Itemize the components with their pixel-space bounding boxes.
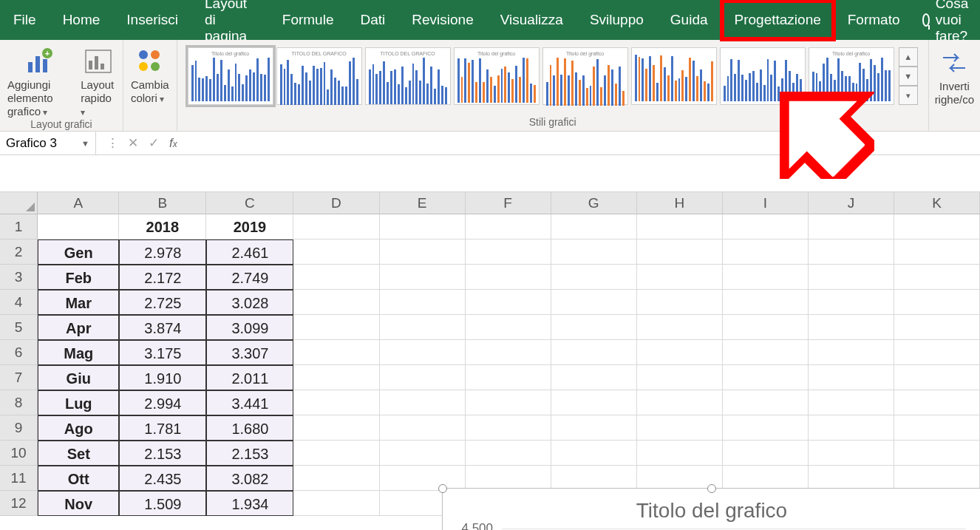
- cell[interactable]: [466, 441, 551, 466]
- cell[interactable]: Gen: [38, 239, 119, 265]
- chart-style-thumb[interactable]: TITOLO DEL GRAFICO: [276, 47, 362, 105]
- row-header[interactable]: 1: [0, 214, 38, 239]
- cell[interactable]: 2.978: [119, 239, 206, 265]
- cell[interactable]: Feb: [38, 265, 119, 290]
- cell[interactable]: [466, 265, 551, 290]
- row-header[interactable]: 9: [0, 415, 38, 441]
- cell[interactable]: [551, 365, 637, 390]
- tab-formato[interactable]: Formato: [834, 0, 913, 40]
- cell[interactable]: [551, 340, 637, 365]
- change-colors-button[interactable]: Cambia colori: [131, 43, 169, 105]
- cell[interactable]: [380, 265, 466, 290]
- column-header[interactable]: J: [809, 192, 894, 214]
- cell[interactable]: [637, 441, 723, 466]
- tab-visualizza[interactable]: Visualizza: [487, 0, 576, 40]
- chart-style-thumb[interactable]: Titolo del grafico: [809, 47, 894, 105]
- cell[interactable]: 2.153: [206, 441, 293, 466]
- tab-home[interactable]: Home: [50, 0, 114, 40]
- cell[interactable]: [466, 315, 551, 340]
- cell[interactable]: [637, 365, 723, 390]
- switch-row-col-button[interactable]: Inverti righe/co: [935, 44, 974, 106]
- cell[interactable]: [293, 239, 379, 265]
- tell-me[interactable]: Cosa vuoi fare?: [922, 0, 980, 44]
- cell[interactable]: [380, 214, 466, 239]
- tab-layout-pagina[interactable]: Layout di pagina: [191, 0, 269, 40]
- cell[interactable]: 2018: [119, 214, 206, 239]
- row-header[interactable]: 2: [0, 239, 38, 265]
- fx-icon[interactable]: fx: [169, 136, 177, 151]
- row-header[interactable]: 7: [0, 365, 38, 390]
- cell[interactable]: [293, 491, 379, 516]
- cell[interactable]: Giu: [38, 365, 119, 390]
- cell[interactable]: [551, 466, 637, 491]
- cell[interactable]: 2.011: [206, 365, 293, 390]
- tab-progettazione[interactable]: Progettazione: [721, 0, 834, 40]
- cell[interactable]: [466, 214, 551, 239]
- cell[interactable]: [551, 441, 637, 466]
- cell[interactable]: [637, 340, 723, 365]
- cell[interactable]: [809, 315, 894, 340]
- gallery-scroll-button[interactable]: ▼: [899, 67, 918, 86]
- chart-style-thumb[interactable]: Titolo del grafico: [188, 47, 273, 105]
- cell[interactable]: 3.307: [206, 340, 293, 365]
- cell[interactable]: 2.461: [206, 239, 293, 265]
- cell[interactable]: 1.910: [119, 365, 206, 390]
- column-header[interactable]: G: [551, 192, 637, 214]
- cell[interactable]: 2.994: [119, 390, 206, 415]
- cell[interactable]: [551, 214, 637, 239]
- cell[interactable]: [809, 340, 894, 365]
- chart-style-thumb[interactable]: [720, 47, 806, 105]
- cell[interactable]: [809, 365, 894, 390]
- column-header[interactable]: A: [38, 192, 119, 214]
- row-header[interactable]: 6: [0, 340, 38, 365]
- cell[interactable]: [723, 340, 809, 365]
- cell[interactable]: [894, 365, 980, 390]
- cell[interactable]: 2.172: [119, 265, 206, 290]
- cell[interactable]: [380, 290, 466, 315]
- chart-handle[interactable]: [707, 484, 716, 493]
- dots-icon[interactable]: ⋮: [106, 135, 118, 151]
- cell[interactable]: [380, 365, 466, 390]
- cell[interactable]: [637, 214, 723, 239]
- cell[interactable]: [551, 265, 637, 290]
- cell[interactable]: 2.725: [119, 290, 206, 315]
- cell[interactable]: 1.509: [119, 491, 206, 516]
- cell[interactable]: 3.028: [206, 290, 293, 315]
- column-header[interactable]: I: [723, 192, 809, 214]
- cell[interactable]: [293, 315, 379, 340]
- column-header[interactable]: C: [206, 192, 293, 214]
- cell[interactable]: [551, 239, 637, 265]
- cell[interactable]: [293, 390, 379, 415]
- cell[interactable]: [723, 315, 809, 340]
- chart-style-thumb[interactable]: Titolo del grafico: [454, 47, 540, 105]
- cell[interactable]: [380, 340, 466, 365]
- cell[interactable]: Set: [38, 441, 119, 466]
- gallery-scroll-button[interactable]: ▾: [899, 86, 918, 105]
- cell[interactable]: [380, 441, 466, 466]
- tab-revisione[interactable]: Revisione: [398, 0, 486, 40]
- row-header[interactable]: 4: [0, 290, 38, 315]
- cell[interactable]: 3.099: [206, 315, 293, 340]
- cell[interactable]: 2019: [206, 214, 293, 239]
- embedded-chart[interactable]: Titolo del grafico 4.5004.0003.5003.0002…: [442, 488, 980, 530]
- cell[interactable]: 3.874: [119, 315, 206, 340]
- cell[interactable]: [293, 441, 379, 466]
- enter-icon[interactable]: ✓: [149, 135, 159, 151]
- cell[interactable]: [809, 466, 894, 491]
- row-header[interactable]: 12: [0, 491, 38, 516]
- row-header[interactable]: 5: [0, 315, 38, 340]
- cell[interactable]: [551, 415, 637, 441]
- cell[interactable]: [466, 466, 551, 491]
- cell[interactable]: [809, 290, 894, 315]
- cell[interactable]: [723, 365, 809, 390]
- cell[interactable]: [894, 466, 980, 491]
- column-header[interactable]: F: [466, 192, 551, 214]
- cell[interactable]: [293, 340, 379, 365]
- chart-handle[interactable]: [438, 484, 447, 493]
- cell[interactable]: [466, 365, 551, 390]
- formula-input[interactable]: [188, 132, 980, 154]
- cell[interactable]: [293, 365, 379, 390]
- cell[interactable]: 3.082: [206, 466, 293, 491]
- cell[interactable]: [380, 315, 466, 340]
- name-box[interactable]: Grafico 3 ▼: [0, 132, 96, 154]
